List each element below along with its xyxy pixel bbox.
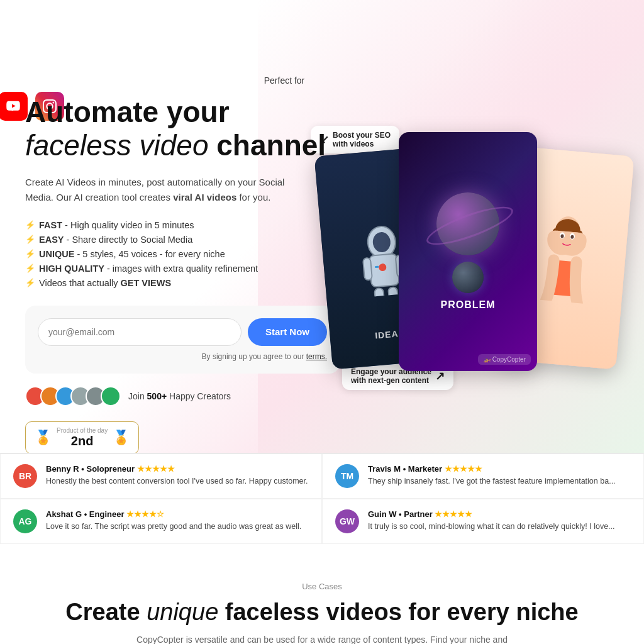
reviews-section: BR Benny R • Solopreneur ★★★★★ Honestly … xyxy=(0,453,644,544)
use-cases-label: Use Cases xyxy=(25,582,619,591)
laurel-left: 🏅 xyxy=(35,430,52,446)
bubble-arrow-right: ↗ xyxy=(435,369,445,383)
start-now-button[interactable]: Start Now xyxy=(248,318,327,346)
feature-easy: ⚡ EASY - Share directly to Social Media xyxy=(25,235,352,245)
avatar-group xyxy=(25,386,121,406)
feature-fast: ⚡ FAST - High quality video in 5 minutes xyxy=(25,220,352,230)
perfect-for-label: Perfect for xyxy=(0,75,606,86)
reviewer-info-3: Guin W • Partner ★★★★★ It truly is so co… xyxy=(368,509,631,533)
email-form-wrapper: Start Now By signing up you agree to our… xyxy=(25,306,340,374)
social-proof-text: Join 500+ Happy Creators xyxy=(128,391,231,401)
card-planet-small xyxy=(452,262,484,293)
reviewer-info-0: Benny R • Solopreneur ★★★★★ Honestly the… xyxy=(46,464,309,487)
svg-rect-8 xyxy=(375,266,379,269)
reviews-grid: BR Benny R • Solopreneur ★★★★★ Honestly … xyxy=(0,453,644,544)
use-cases-section: Use Cases Create unique faceless videos … xyxy=(0,544,644,644)
youtube-icon xyxy=(0,92,28,121)
review-card-0: BR Benny R • Solopreneur ★★★★★ Honestly … xyxy=(0,453,322,499)
review-text-0: Honestly the best content conversion too… xyxy=(46,475,309,487)
card-watermark: 🚁 CopyCopter xyxy=(478,354,531,365)
review-text-2: Love it so far. The script was pretty go… xyxy=(46,521,309,533)
review-card-3: GW Guin W • Partner ★★★★★ It truly is so… xyxy=(322,499,644,544)
use-cases-title: Create unique faceless videos for every … xyxy=(25,599,619,626)
svg-rect-5 xyxy=(374,288,384,297)
product-badge: 🏅 Product of the day 2nd 🏅 xyxy=(25,421,139,453)
social-proof: Join 500+ Happy Creators xyxy=(25,386,352,406)
reviewer-name-0: Benny R • Solopreneur ★★★★★ xyxy=(46,464,309,474)
badge-text: Product of the day 2nd xyxy=(57,427,108,448)
video-card-main: PROBLEM 🚁 CopyCopter xyxy=(399,132,537,371)
reviewer-avatar-2: AG xyxy=(13,509,37,533)
badge-label: Product of the day xyxy=(57,427,108,434)
svg-rect-6 xyxy=(388,287,398,297)
reviewer-avatar-1: TM xyxy=(335,464,359,488)
features-list: ⚡ FAST - High quality video in 5 minutes… xyxy=(25,220,352,288)
hero-subtext: Create AI Videos in minutes, post automa… xyxy=(25,175,314,205)
review-text-1: They ship insanely fast. I've got the fa… xyxy=(368,475,631,487)
hero-left-content: Automate your faceless video channel Cre… xyxy=(25,96,352,453)
reviewer-info-1: Travis M • Marketer ★★★★★ They ship insa… xyxy=(368,464,631,487)
review-card-2: AG Akshat G • Engineer ★★★★☆ Love it so … xyxy=(0,499,322,544)
email-form: Start Now xyxy=(38,318,327,346)
svg-rect-3 xyxy=(363,258,372,280)
card-main-label: PROBLEM xyxy=(427,299,509,311)
card-planet xyxy=(436,192,499,255)
feature-quality: ⚡ HIGH QUALITY - images with extra quali… xyxy=(25,264,352,274)
laurel-right: 🏅 xyxy=(113,430,130,446)
feature-views: ⚡ Videos that actually GET VIEWS xyxy=(25,278,352,288)
review-text-3: It truly is so cool, mind-blowing what i… xyxy=(368,521,631,533)
review-card-1: TM Travis M • Marketer ★★★★★ They ship i… xyxy=(322,453,644,499)
use-cases-subtitle: CopyCopter is versatile and can be used … xyxy=(133,635,511,644)
reviewer-avatar-0: BR xyxy=(13,464,37,488)
reviewer-name-2: Akshat G • Engineer ★★★★☆ xyxy=(46,509,309,519)
feature-unique: ⚡ UNIQUE - 5 styles, 45 voices - for eve… xyxy=(25,249,352,259)
terms-link[interactable]: terms. xyxy=(306,352,327,361)
reviewer-name-3: Guin W • Partner ★★★★★ xyxy=(368,509,631,519)
reviewer-name-1: Travis M • Marketer ★★★★★ xyxy=(368,464,631,474)
hero-section: Perfect for Automate your faceless video… xyxy=(0,0,644,453)
reviewer-info-2: Akshat G • Engineer ★★★★☆ Love it so far… xyxy=(46,509,309,533)
email-input[interactable] xyxy=(38,318,242,346)
terms-text: By signing up you agree to our terms. xyxy=(38,352,327,361)
card-main-content: PROBLEM xyxy=(414,180,521,323)
main-headline: Automate your faceless video channel xyxy=(25,96,352,162)
reviewer-avatar-3: GW xyxy=(335,509,359,533)
badge-rank: 2nd xyxy=(57,434,108,448)
avatar xyxy=(101,386,121,406)
